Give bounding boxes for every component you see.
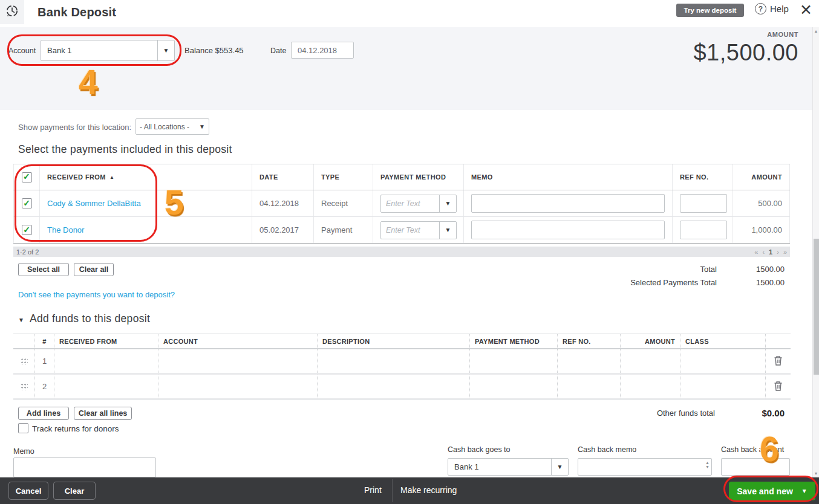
add-lines-button[interactable]: Add lines (18, 407, 69, 420)
col-received-from[interactable]: RECEIVED FROM ▲ (40, 164, 252, 190)
account-cell[interactable] (158, 375, 318, 398)
location-dropdown-arrow-icon[interactable]: ▼ (195, 119, 209, 134)
cash-back-goes-to-select[interactable]: ▼ (448, 458, 569, 476)
payment-method-arrow-icon[interactable]: ▼ (439, 195, 456, 212)
account-select-value[interactable] (41, 40, 157, 60)
clear-button[interactable]: Clear (53, 482, 96, 500)
recent-transactions-clock-icon (5, 4, 19, 21)
received-from-cell[interactable] (54, 375, 158, 398)
ref-no-input[interactable] (680, 194, 727, 213)
pagination-prev-icon[interactable]: ‹ (762, 248, 765, 256)
save-and-new-label: Save and new (737, 486, 793, 496)
line-number: 2 (35, 375, 54, 398)
location-filter-select[interactable]: ▼ (135, 118, 209, 135)
description-cell[interactable] (318, 375, 470, 398)
trash-icon (774, 355, 783, 367)
recent-transactions-button[interactable] (0, 0, 24, 24)
date-label: Date (270, 47, 286, 55)
sort-ascending-icon: ▲ (109, 175, 114, 180)
col-class: CLASS (680, 334, 766, 348)
help-button[interactable]: ? Help (755, 3, 789, 15)
scrollbar-thumb[interactable] (814, 239, 819, 375)
pagination-last-icon[interactable]: » (783, 248, 787, 256)
col-ref-no: REF NO. (673, 164, 733, 190)
help-question-icon: ? (755, 3, 766, 15)
payment-amount: 500.00 (733, 190, 790, 216)
payment-method-cell[interactable] (470, 349, 558, 373)
memo-input[interactable] (471, 221, 665, 239)
account-dropdown-arrow-icon[interactable]: ▼ (157, 40, 174, 60)
row-checkbox[interactable]: ✓ (22, 225, 32, 235)
ref-no-cell[interactable] (558, 349, 621, 373)
cancel-button[interactable]: Cancel (8, 482, 48, 500)
cash-back-goes-to-arrow-icon[interactable]: ▼ (551, 459, 568, 475)
memo-input[interactable] (471, 194, 665, 213)
payment-method-select[interactable]: ▼ (380, 221, 457, 239)
save-and-new-button[interactable]: Save and new ▼ (729, 482, 815, 500)
account-select[interactable]: ▼ (41, 40, 175, 61)
received-from-link[interactable]: Cody & Sommer DellaBitta (47, 199, 141, 208)
deposit-memo-textarea[interactable] (13, 457, 156, 477)
date-field[interactable] (291, 42, 354, 59)
payments-section-heading: Select the payments included in this dep… (18, 143, 232, 156)
payment-type: Payment (314, 217, 373, 243)
make-recurring-button[interactable]: Make recurring (400, 485, 457, 495)
delete-line-button[interactable] (774, 381, 783, 393)
cash-back-goes-to-value[interactable] (448, 459, 551, 475)
payment-method-arrow-icon[interactable]: ▼ (439, 222, 456, 239)
received-from-link[interactable]: The Donor (47, 225, 84, 234)
col-ref-no: REF NO. (558, 334, 621, 348)
scroll-up-icon[interactable]: ▲ (813, 29, 819, 33)
memo-label: Memo (13, 447, 34, 456)
select-all-checkbox[interactable]: ✓ (22, 172, 32, 183)
pagination-page[interactable]: 1 (769, 248, 772, 256)
cash-back-amount-input[interactable] (721, 458, 790, 476)
amount-cell[interactable] (621, 375, 680, 398)
row-checkbox[interactable]: ✓ (22, 198, 32, 208)
print-button[interactable]: Print (364, 485, 382, 495)
class-cell[interactable] (680, 375, 766, 398)
scroll-down-icon[interactable]: ▼ (813, 471, 819, 476)
cash-back-memo-input[interactable] (578, 458, 712, 476)
pagination-first-icon[interactable]: « (754, 248, 758, 256)
drag-handle-icon[interactable] (20, 383, 28, 390)
close-icon[interactable]: ✕ (800, 1, 812, 19)
payment-row: ✓ Cody & Sommer DellaBitta 04.12.2018 Re… (13, 190, 790, 217)
ref-no-cell[interactable] (558, 375, 621, 398)
select-all-button[interactable]: Select all (18, 263, 69, 276)
amount-cell[interactable] (621, 349, 680, 373)
missing-payments-link[interactable]: Don't see the payments you want to depos… (18, 290, 175, 299)
pagination-next-icon[interactable]: › (777, 248, 779, 256)
spinner-arrows-icon[interactable]: ▲▼ (705, 460, 710, 469)
col-memo: MEMO (464, 164, 673, 190)
track-returns-checkbox[interactable] (18, 423, 28, 433)
payments-table: ✓ RECEIVED FROM ▲ DATE TYPE PAYMENT METH… (13, 164, 790, 244)
try-new-deposit-button[interactable]: Try new deposit (676, 4, 744, 17)
payment-method-input[interactable] (381, 195, 439, 212)
col-account: ACCOUNT (158, 334, 318, 348)
clear-all-lines-button[interactable]: Clear all lines (74, 407, 132, 420)
description-cell[interactable] (318, 349, 470, 373)
payment-method-input[interactable] (381, 222, 439, 239)
clear-all-button[interactable]: Clear all (74, 263, 114, 276)
balance-label: Balance (184, 46, 213, 55)
drag-handle-icon[interactable] (20, 357, 28, 365)
delete-line-button[interactable] (774, 355, 783, 367)
account-cell[interactable] (158, 349, 318, 373)
footer-bar: Cancel Clear Print Make recurring Save a… (0, 477, 819, 504)
class-cell[interactable] (680, 349, 766, 373)
received-from-cell[interactable] (54, 349, 158, 373)
ref-no-input[interactable] (680, 221, 727, 239)
amount-label: AMOUNT (767, 31, 798, 38)
payment-date: 05.02.2017 (252, 217, 314, 243)
payment-method-cell[interactable] (470, 375, 558, 398)
payments-table-header: ✓ RECEIVED FROM ▲ DATE TYPE PAYMENT METH… (13, 164, 790, 190)
payment-method-select[interactable]: ▼ (380, 195, 457, 213)
total-label: Total (599, 265, 717, 274)
save-options-arrow-icon[interactable]: ▼ (801, 488, 808, 494)
add-funds-row: 1 (13, 349, 791, 375)
location-filter-value[interactable] (136, 119, 195, 134)
add-funds-heading-row[interactable]: ▼Add funds to this deposit (18, 312, 150, 325)
vertical-scrollbar[interactable]: ▲ ▼ (812, 27, 819, 477)
collapse-triangle-icon[interactable]: ▼ (18, 317, 24, 323)
